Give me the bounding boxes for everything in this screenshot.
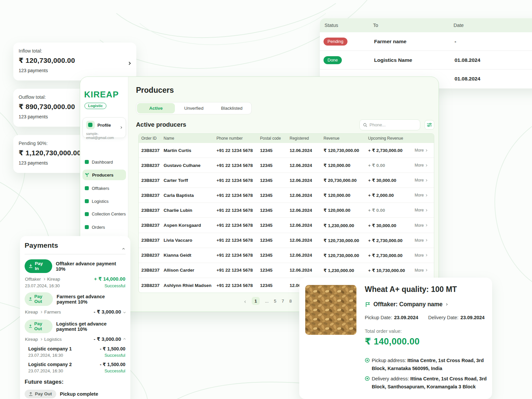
avatar <box>86 121 95 129</box>
offtakers-icon <box>85 186 89 190</box>
logistic-badge: Logistic <box>84 103 106 109</box>
status-text: Successful <box>104 353 125 358</box>
more-link[interactable]: More <box>415 238 427 243</box>
datetime: 23.07.2024, 16:30 <box>28 353 63 358</box>
table-row[interactable]: 23B8237Martin Curtis+91 22 1234 56781234… <box>139 143 434 158</box>
sidebar-item-collection-centers[interactable]: Collection Centers <box>82 209 126 219</box>
col-to: To <box>373 23 454 28</box>
total-order-value: ₹ 140,000.00 <box>365 336 420 347</box>
amount[interactable]: - ₹ 3,000.00 <box>94 309 125 315</box>
tab-active[interactable]: Active <box>137 103 175 113</box>
sidebar-item-orders[interactable]: Orders <box>82 222 126 232</box>
producers-table: Order ID Name Phone number Postal code R… <box>138 133 434 293</box>
prev-page-button[interactable] <box>245 299 246 304</box>
transfers-header: Status To Date <box>320 18 532 32</box>
pay-out-icon <box>29 297 32 301</box>
pickup-address: Pickup address: Ittina Centre, 1st Cross… <box>365 356 488 372</box>
status-text: Successful <box>104 368 125 373</box>
more-link[interactable]: More <box>415 223 427 228</box>
payment-child: Logistic company 1 - ₹ 1,500.00 23.07.20… <box>28 346 126 373</box>
chevron-up-icon <box>123 338 126 340</box>
pay-out-icon <box>29 324 32 328</box>
table-row[interactable]: 23B8237Livia Vaccaro+91 22 1234 56781234… <box>139 233 434 248</box>
date-cell: 01.08.2024 <box>455 57 480 63</box>
pay-out-badge: Pay Out <box>25 320 53 333</box>
page-1-button[interactable]: 1 <box>252 297 260 305</box>
tab-unverfied[interactable]: Unverfied <box>175 103 213 113</box>
breadcrumb: OfftakerKireap <box>25 277 60 282</box>
status-text: Successful <box>104 283 125 288</box>
chevron-right-icon[interactable] <box>128 60 130 66</box>
date-cell: - <box>455 39 456 45</box>
col-status: Status <box>320 23 373 28</box>
page-7-button[interactable]: 7 <box>282 299 284 304</box>
table-row[interactable]: 23B8237Aspen Korsgaard+91 22 1234 567812… <box>139 218 434 233</box>
breadcrumb: KireapLogistics <box>25 337 62 342</box>
chevron-down-icon <box>123 311 126 313</box>
collection-centers-icon <box>85 212 89 216</box>
page-5-button[interactable]: 5 <box>274 299 276 304</box>
amount: + ₹ 14,000.00 <box>94 276 125 282</box>
page-8-button[interactable]: 8 <box>289 299 292 304</box>
col-date: Date <box>454 23 464 28</box>
sidebar-item-dashboard[interactable]: Dashboard <box>82 157 126 167</box>
to-cell: Logistics Name <box>374 57 455 63</box>
delivery-address: Delivery address: Ittina Centre, 1st Cro… <box>365 375 488 391</box>
to-cell: Farmer name <box>374 39 455 45</box>
offtaker-link[interactable]: Offtaker: Company name <box>365 301 447 308</box>
sprout-icon <box>85 173 89 177</box>
table-row[interactable]: Pending Farmer name - <box>320 32 532 51</box>
table-row[interactable]: 23B8237Carla Baptista+91 22 1234 5678123… <box>139 188 434 203</box>
pay-in-icon <box>29 264 33 268</box>
more-link[interactable]: More <box>415 148 427 153</box>
future-entry: Pay Out Pickup complete <box>25 390 126 398</box>
table-row[interactable]: 23B8237Gustavo Culhane+91 22 1234 567812… <box>139 158 434 173</box>
section-title: Active producers <box>136 121 186 128</box>
more-link[interactable]: More <box>415 253 427 258</box>
search-box[interactable] <box>359 119 420 130</box>
chevron-right-icon <box>120 124 122 130</box>
payments-panel: Payments Pay In Offtaker advance payment… <box>20 236 130 399</box>
producers-panel: KIREAP Logistic Profile sample-email@gma… <box>80 76 439 312</box>
amount: - ₹ 1,500.00 <box>100 362 125 367</box>
stat-sub: 123 payments <box>19 68 131 73</box>
order-dates: Pickup Date:23.09.2024 Delivery Date:23.… <box>365 315 484 320</box>
datetime: 23.07.2024, 16:30 <box>25 283 60 288</box>
table-row[interactable]: 23B8237Kianna Geidt+91 22 1234 567812345… <box>139 248 434 263</box>
future-stages-label: Future stages: <box>25 379 126 385</box>
kireap-logo: KIREAP <box>84 89 119 100</box>
inflow-card[interactable]: Inflow total: ₹ 120,730,000.00 123 payme… <box>13 43 136 80</box>
more-link[interactable]: More <box>415 268 427 273</box>
pay-out-icon <box>29 392 33 396</box>
table-row[interactable]: 23B8237Carter Torff+91 22 1234 567812345… <box>139 173 434 188</box>
profile-card[interactable]: Profile sample-email@gmail.com <box>82 117 126 138</box>
table-row[interactable]: 23B8237Charlie Lubin+91 22 1234 56781234… <box>139 203 434 218</box>
sidebar-item-offtakers[interactable]: Offtakers <box>82 183 126 194</box>
total-order-label: Total order value: <box>365 329 402 334</box>
date-cell: 01.08.2024 <box>455 76 480 82</box>
search-input[interactable] <box>369 122 417 127</box>
more-link[interactable]: More <box>415 178 427 183</box>
more-link[interactable]: More <box>415 193 427 198</box>
profile-email: sample-email@gmail.com <box>86 132 126 140</box>
chevron-up-icon[interactable] <box>123 245 124 251</box>
more-link[interactable]: More <box>415 208 427 212</box>
amount: - ₹ 1,500.00 <box>100 346 125 351</box>
filter-button[interactable] <box>425 120 434 130</box>
flag-icon <box>365 302 370 307</box>
producers-table-header: Order ID Name Phone number Postal code R… <box>139 134 434 143</box>
order-card: Wheat A+ quality: 100 MT Offtaker: Compa… <box>299 278 492 399</box>
table-row[interactable]: 23B8237Allison Carder+91 22 1234 5678123… <box>139 263 434 278</box>
orders-icon <box>85 225 89 229</box>
sidebar-item-logistics[interactable]: Logistics <box>82 196 126 206</box>
breadcrumb: KireapFarmers <box>25 310 61 315</box>
dashboard-icon <box>85 160 89 164</box>
table-row[interactable]: Done Logistics Name 01.08.2024 <box>320 51 532 69</box>
tab-blacklisted[interactable]: Blacklisted <box>213 103 251 113</box>
order-title: Wheat A+ quality: 100 MT <box>365 285 457 294</box>
location-pin-icon <box>365 376 370 381</box>
more-link[interactable]: More <box>415 163 427 168</box>
pagination: 1 ... 5 7 8 <box>245 297 292 305</box>
sidebar-item-producers[interactable]: Producers <box>82 170 126 180</box>
amount[interactable]: - ₹ 3,000.00 <box>94 336 125 342</box>
